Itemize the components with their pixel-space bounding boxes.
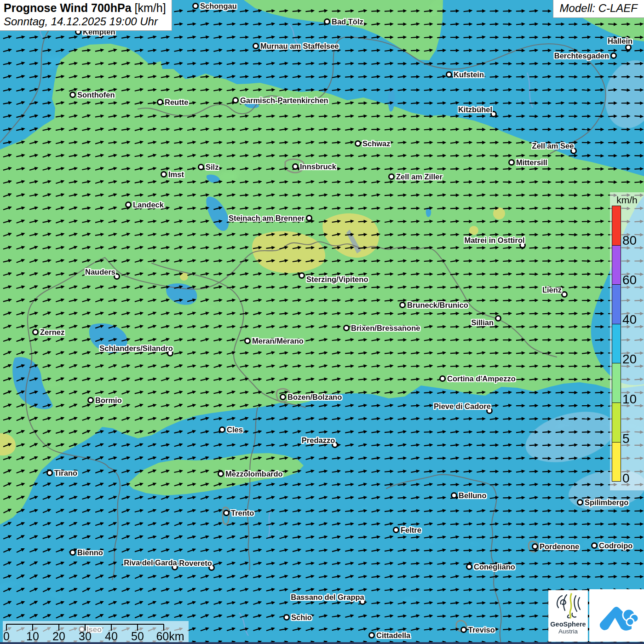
city-label: Treviso [468, 626, 495, 634]
city-label: Kufstein [454, 70, 484, 79]
city-label: Bienno [77, 548, 103, 557]
city-label: Reutte [165, 98, 188, 107]
geosphere-logo-icon [548, 590, 588, 619]
city-marker [192, 3, 199, 9]
city-marker [232, 97, 239, 104]
city-marker [460, 627, 467, 633]
city-label: Schio [291, 613, 312, 622]
city-marker [306, 215, 312, 221]
legend-tick-label: 40 [622, 313, 637, 326]
legend-segment [612, 363, 621, 403]
city-label: Sterzing/Vipiteno [306, 275, 368, 284]
city-label: Hallein [608, 37, 632, 46]
city-label: Pieve di Cadore [434, 402, 491, 411]
city-label: Garmisch-Partenkirchen [240, 96, 328, 105]
city-label: Schongau [200, 2, 237, 11]
city-label: Bad Tölz [332, 17, 363, 26]
city-label: Codroipo [599, 541, 632, 550]
city-marker [355, 140, 361, 147]
legend-color-bar [612, 206, 621, 482]
city-label: Sonthofen [77, 91, 115, 99]
scale-bar-graphic: 0102030405060km [3, 621, 189, 642]
city-marker [219, 426, 225, 433]
mountain-cloud-icon [589, 589, 644, 642]
city-marker [451, 492, 457, 499]
geosphere-logo: GeoSphere Austria [548, 590, 588, 642]
legend-tick-label: 5 [622, 432, 630, 445]
geosphere-country-text: Austria [548, 628, 588, 635]
legend-segment [612, 403, 621, 443]
map-title: Prognose Wind 700hPa [km/h] [4, 1, 166, 15]
city-label: Nauders [85, 268, 115, 276]
legend-tick-label: 60 [622, 274, 637, 287]
city-marker [446, 71, 452, 78]
city-marker [561, 291, 568, 298]
city-marker [198, 164, 204, 170]
legend-segment [612, 246, 621, 285]
city-label: Predazzo [302, 436, 335, 445]
city-label: Landeck [133, 201, 164, 209]
scale-tick-label: 50 [131, 630, 144, 642]
legend-tick-label: 20 [622, 353, 637, 366]
city-marker [283, 614, 290, 621]
scale-tick-label: 40 [105, 630, 118, 642]
legend-segment [612, 443, 621, 482]
city-label: Matrei in Osttirol [464, 236, 524, 245]
city-marker [439, 375, 446, 382]
city-label: Cittadella [376, 631, 410, 640]
title-text: Prognose Wind 700hPa [4, 1, 132, 14]
city-label: Tirano [54, 469, 77, 477]
city-marker [280, 394, 286, 400]
city-marker [495, 315, 501, 322]
partner-logo [589, 589, 644, 642]
city-label: Bozen/Bolzano [288, 393, 342, 402]
city-layer: SchongauBad TölzKemptenMurnau am Staffel… [0, 0, 644, 644]
map-scale-bar: 0102030405060km [3, 621, 189, 642]
city-label: Meran/Merano [252, 337, 304, 345]
legend-segment [612, 324, 621, 364]
legend-tick-label: 10 [622, 393, 637, 406]
city-label: Zell am See [532, 142, 574, 150]
geosphere-org-text: GeoSphere [548, 621, 588, 628]
city-label: Trento [231, 509, 254, 518]
city-marker [157, 99, 163, 105]
city-label: Bormio [95, 396, 122, 405]
city-marker [324, 18, 330, 25]
city-marker [32, 329, 39, 335]
city-marker [87, 397, 94, 403]
city-label: Sillian [471, 318, 494, 327]
city-marker [399, 302, 406, 308]
city-label: Innsbruck [300, 162, 336, 171]
city-label: Murnau am Staffelsee [260, 42, 339, 51]
city-label: Mezzolombardo [225, 470, 283, 478]
city-label: Belluno [459, 491, 487, 500]
city-marker [610, 52, 617, 59]
city-marker [253, 43, 259, 49]
model-label: Modell: C-LAEF [553, 0, 644, 18]
city-marker [591, 542, 598, 549]
city-label: Imst [168, 170, 184, 179]
city-label: Spilimbergo [585, 498, 628, 507]
city-marker [69, 92, 76, 98]
city-marker [292, 163, 299, 170]
scale-tick-label: 10 [26, 630, 39, 642]
city-marker [244, 338, 251, 344]
city-marker [299, 272, 305, 279]
legend-tick-label: 0 [622, 472, 630, 485]
city-marker [466, 564, 472, 570]
city-label: Bruneck/Brunico [407, 301, 468, 310]
scale-tick-label: 20 [52, 630, 65, 642]
city-marker [508, 159, 515, 166]
title-unit: [km/h] [135, 1, 166, 14]
city-label: Cles [227, 426, 243, 434]
city-label: Berchtesgaden [554, 52, 609, 60]
city-label: Feltre [401, 526, 421, 535]
city-label: Cortina d'Ampezzo [447, 374, 516, 383]
city-marker [218, 471, 224, 477]
city-label: Schwaz [362, 139, 391, 148]
scale-tick-label: 60km [156, 630, 184, 642]
city-marker [343, 325, 350, 331]
legend-segment [612, 206, 621, 246]
city-label: Silz [206, 163, 218, 172]
city-label: Schlanders/Silandro [99, 344, 173, 353]
